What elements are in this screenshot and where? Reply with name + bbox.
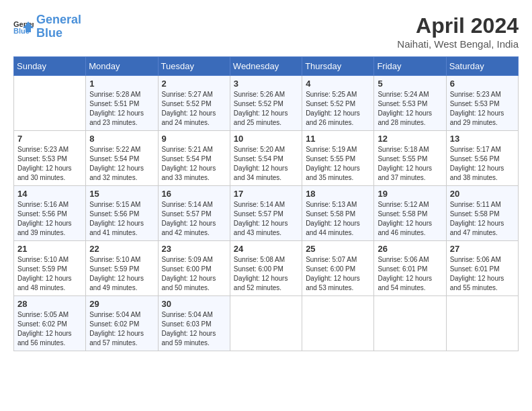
calendar-cell: 28Sunrise: 5:05 AM Sunset: 6:02 PM Dayli… <box>14 296 86 351</box>
day-info: Sunrise: 5:18 AM Sunset: 5:55 PM Dayligh… <box>378 145 442 183</box>
calendar-week-3: 14Sunrise: 5:16 AM Sunset: 5:56 PM Dayli… <box>14 186 519 241</box>
day-number: 4 <box>306 79 370 89</box>
calendar-cell <box>302 296 374 351</box>
day-number: 1 <box>89 79 154 89</box>
day-info: Sunrise: 5:08 AM Sunset: 6:00 PM Dayligh… <box>234 255 298 293</box>
calendar-cell: 27Sunrise: 5:06 AM Sunset: 6:01 PM Dayli… <box>446 241 518 296</box>
day-info: Sunrise: 5:26 AM Sunset: 5:52 PM Dayligh… <box>234 90 298 128</box>
day-number: 13 <box>450 134 515 144</box>
day-number: 19 <box>378 189 442 199</box>
calendar-week-4: 21Sunrise: 5:10 AM Sunset: 5:59 PM Dayli… <box>14 241 519 296</box>
day-info: Sunrise: 5:16 AM Sunset: 5:56 PM Dayligh… <box>17 200 82 238</box>
calendar-cell: 7Sunrise: 5:23 AM Sunset: 5:53 PM Daylig… <box>14 131 86 186</box>
day-number: 15 <box>89 189 154 199</box>
calendar-cell: 1Sunrise: 5:28 AM Sunset: 5:51 PM Daylig… <box>86 76 158 131</box>
calendar-cell: 14Sunrise: 5:16 AM Sunset: 5:56 PM Dayli… <box>14 186 86 241</box>
day-number: 8 <box>89 134 154 144</box>
calendar-week-5: 28Sunrise: 5:05 AM Sunset: 6:02 PM Dayli… <box>14 296 519 351</box>
calendar-cell: 9Sunrise: 5:21 AM Sunset: 5:54 PM Daylig… <box>158 131 230 186</box>
calendar-cell: 21Sunrise: 5:10 AM Sunset: 5:59 PM Dayli… <box>14 241 86 296</box>
weekday-header-thursday: Thursday <box>302 57 374 76</box>
day-number: 30 <box>162 299 226 309</box>
calendar-cell: 24Sunrise: 5:08 AM Sunset: 6:00 PM Dayli… <box>230 241 302 296</box>
calendar-cell: 5Sunrise: 5:24 AM Sunset: 5:53 PM Daylig… <box>374 76 446 131</box>
calendar-cell: 26Sunrise: 5:06 AM Sunset: 6:01 PM Dayli… <box>374 241 446 296</box>
calendar-cell: 8Sunrise: 5:22 AM Sunset: 5:54 PM Daylig… <box>86 131 158 186</box>
day-info: Sunrise: 5:21 AM Sunset: 5:54 PM Dayligh… <box>162 145 226 183</box>
title-block: April 2024 Naihati, West Bengal, India <box>397 13 519 50</box>
day-number: 14 <box>17 189 82 199</box>
day-info: Sunrise: 5:09 AM Sunset: 6:00 PM Dayligh… <box>162 255 226 293</box>
calendar-cell <box>230 296 302 351</box>
weekday-header-friday: Friday <box>374 57 446 76</box>
calendar-cell: 3Sunrise: 5:26 AM Sunset: 5:52 PM Daylig… <box>230 76 302 131</box>
day-info: Sunrise: 5:15 AM Sunset: 5:56 PM Dayligh… <box>89 200 154 238</box>
day-info: Sunrise: 5:23 AM Sunset: 5:53 PM Dayligh… <box>450 90 515 128</box>
day-info: Sunrise: 5:23 AM Sunset: 5:53 PM Dayligh… <box>17 145 82 183</box>
day-number: 27 <box>450 244 515 254</box>
day-info: Sunrise: 5:04 AM Sunset: 6:03 PM Dayligh… <box>162 310 226 348</box>
day-number: 6 <box>450 79 515 89</box>
calendar-cell: 12Sunrise: 5:18 AM Sunset: 5:55 PM Dayli… <box>374 131 446 186</box>
weekday-header-wednesday: Wednesday <box>230 57 302 76</box>
day-number: 25 <box>306 244 370 254</box>
day-number: 17 <box>234 189 298 199</box>
page-header: General Blue GeneralBlue April 2024 Naih… <box>13 13 519 50</box>
day-info: Sunrise: 5:13 AM Sunset: 5:58 PM Dayligh… <box>306 200 370 238</box>
day-number: 7 <box>17 134 82 144</box>
calendar-cell: 11Sunrise: 5:19 AM Sunset: 5:55 PM Dayli… <box>302 131 374 186</box>
weekday-header-sunday: Sunday <box>14 57 86 76</box>
month-title: April 2024 <box>397 13 519 38</box>
calendar-cell: 30Sunrise: 5:04 AM Sunset: 6:03 PM Dayli… <box>158 296 230 351</box>
day-number: 29 <box>89 299 154 309</box>
day-info: Sunrise: 5:11 AM Sunset: 5:58 PM Dayligh… <box>450 200 515 238</box>
day-number: 12 <box>378 134 442 144</box>
day-number: 2 <box>162 79 226 89</box>
calendar-week-1: 1Sunrise: 5:28 AM Sunset: 5:51 PM Daylig… <box>14 76 519 131</box>
day-info: Sunrise: 5:04 AM Sunset: 6:02 PM Dayligh… <box>89 310 154 348</box>
day-number: 5 <box>378 79 442 89</box>
day-number: 22 <box>89 244 154 254</box>
day-info: Sunrise: 5:07 AM Sunset: 6:00 PM Dayligh… <box>306 255 370 293</box>
day-number: 18 <box>306 189 370 199</box>
day-info: Sunrise: 5:06 AM Sunset: 6:01 PM Dayligh… <box>450 255 515 293</box>
calendar-cell: 18Sunrise: 5:13 AM Sunset: 5:58 PM Dayli… <box>302 186 374 241</box>
calendar-cell: 23Sunrise: 5:09 AM Sunset: 6:00 PM Dayli… <box>158 241 230 296</box>
day-number: 11 <box>306 134 370 144</box>
day-info: Sunrise: 5:22 AM Sunset: 5:54 PM Dayligh… <box>89 145 154 183</box>
day-number: 3 <box>234 79 298 89</box>
calendar-cell: 29Sunrise: 5:04 AM Sunset: 6:02 PM Dayli… <box>86 296 158 351</box>
day-number: 9 <box>162 134 226 144</box>
day-info: Sunrise: 5:06 AM Sunset: 6:01 PM Dayligh… <box>378 255 442 293</box>
calendar-cell: 16Sunrise: 5:14 AM Sunset: 5:57 PM Dayli… <box>158 186 230 241</box>
calendar-cell: 20Sunrise: 5:11 AM Sunset: 5:58 PM Dayli… <box>446 186 518 241</box>
calendar-table: SundayMondayTuesdayWednesdayThursdayFrid… <box>13 56 519 351</box>
day-info: Sunrise: 5:05 AM Sunset: 6:02 PM Dayligh… <box>17 310 82 348</box>
day-info: Sunrise: 5:14 AM Sunset: 5:57 PM Dayligh… <box>234 200 298 238</box>
day-number: 16 <box>162 189 226 199</box>
logo: General Blue GeneralBlue <box>13 13 81 40</box>
calendar-body: 1Sunrise: 5:28 AM Sunset: 5:51 PM Daylig… <box>14 76 519 351</box>
calendar-cell: 22Sunrise: 5:10 AM Sunset: 5:59 PM Dayli… <box>86 241 158 296</box>
weekday-header-row: SundayMondayTuesdayWednesdayThursdayFrid… <box>14 57 519 76</box>
calendar-cell: 10Sunrise: 5:20 AM Sunset: 5:54 PM Dayli… <box>230 131 302 186</box>
day-info: Sunrise: 5:14 AM Sunset: 5:57 PM Dayligh… <box>162 200 226 238</box>
day-number: 10 <box>234 134 298 144</box>
day-info: Sunrise: 5:20 AM Sunset: 5:54 PM Dayligh… <box>234 145 298 183</box>
weekday-header-monday: Monday <box>86 57 158 76</box>
day-info: Sunrise: 5:24 AM Sunset: 5:53 PM Dayligh… <box>378 90 442 128</box>
day-number: 21 <box>17 244 82 254</box>
calendar-week-2: 7Sunrise: 5:23 AM Sunset: 5:53 PM Daylig… <box>14 131 519 186</box>
calendar-cell: 25Sunrise: 5:07 AM Sunset: 6:00 PM Dayli… <box>302 241 374 296</box>
calendar-cell: 15Sunrise: 5:15 AM Sunset: 5:56 PM Dayli… <box>86 186 158 241</box>
calendar-cell: 4Sunrise: 5:25 AM Sunset: 5:52 PM Daylig… <box>302 76 374 131</box>
calendar-cell <box>374 296 446 351</box>
day-info: Sunrise: 5:10 AM Sunset: 5:59 PM Dayligh… <box>89 255 154 293</box>
day-info: Sunrise: 5:17 AM Sunset: 5:56 PM Dayligh… <box>450 145 515 183</box>
calendar-cell: 19Sunrise: 5:12 AM Sunset: 5:58 PM Dayli… <box>374 186 446 241</box>
calendar-cell <box>14 76 86 131</box>
calendar-cell: 13Sunrise: 5:17 AM Sunset: 5:56 PM Dayli… <box>446 131 518 186</box>
day-number: 20 <box>450 189 515 199</box>
day-info: Sunrise: 5:25 AM Sunset: 5:52 PM Dayligh… <box>306 90 370 128</box>
day-info: Sunrise: 5:19 AM Sunset: 5:55 PM Dayligh… <box>306 145 370 183</box>
